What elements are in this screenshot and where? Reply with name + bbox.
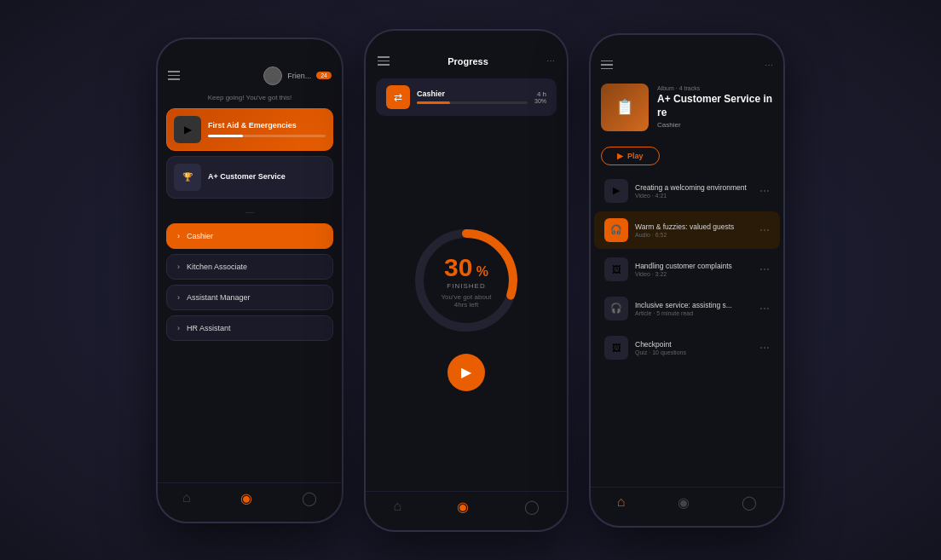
home-icon[interactable]: ⌂ — [182, 490, 191, 505]
album-section: 📋 Album · 4 tracks A+ Customer Service i… — [591, 77, 783, 138]
search-icon-2[interactable]: ◉ — [457, 499, 469, 515]
bottom-nav-2: ⌂ ◉ ◯ — [366, 491, 567, 530]
album-thumbnail: 📋 — [601, 84, 649, 131]
user-label: Frien... — [287, 72, 311, 80]
bottom-nav-1: ⌂ ◉ ◯ — [158, 482, 342, 522]
track-icon-quiz: 🖼 — [604, 336, 628, 360]
track-more-icon-0[interactable]: ⋯ — [759, 185, 770, 197]
track-more-icon-1[interactable]: ⋯ — [759, 224, 770, 236]
track-info-1: Warm & fuzzies: valued guests Audio · 6:… — [635, 222, 753, 238]
cashier-progress-card[interactable]: ⇄ Cashier 4 h 30% — [376, 78, 557, 116]
circle-progress-wrap: 30 % FINISHED You've got about 4hrs left… — [366, 121, 567, 491]
track-name-3: Inclusive service: assisting s... — [635, 301, 753, 309]
phone-1: Frien... 24 Keep going! You've got this!… — [156, 38, 343, 523]
track-name-4: Checkpoint — [635, 340, 753, 349]
course-info-cs: A+ Customer Service — [208, 172, 326, 182]
circle-text: 30 % FINISHED You've got about 4hrs left — [436, 252, 496, 308]
chevron-right-icon-hr: › — [177, 324, 180, 332]
track-meta-1: Audio · 6:52 — [635, 232, 753, 238]
track-item-2[interactable]: 🖼 Handling customer complaints Video · 3… — [594, 251, 780, 288]
track-icon-article: 🎧 — [604, 297, 628, 320]
role-label-kitchen: Kitchen Associate — [187, 263, 247, 271]
phone-notch-1 — [216, 39, 284, 60]
circle-percent-number: 30 — [444, 252, 472, 280]
chevron-right-icon-am: › — [177, 293, 180, 302]
profile-icon-3[interactable]: ◯ — [742, 494, 757, 511]
track-meta-4: Quiz · 10 questions — [635, 349, 753, 355]
role-label-hr: HR Assistant — [187, 324, 231, 332]
cashier-progress-bar — [417, 101, 528, 104]
hamburger-icon-3[interactable] — [601, 61, 613, 70]
play-icon-sm: ▶ — [617, 152, 623, 160]
course-progress-bar — [208, 135, 326, 137]
circle-percent-row: 30 % — [436, 252, 496, 281]
track-name-0: Creating a welcoming environment — [635, 183, 753, 192]
album-meta: Album · 4 tracks — [657, 85, 773, 91]
track-icon-audio: 🎧 — [604, 218, 628, 242]
role-item-assistant-manager[interactable]: › Assistant Manager — [166, 285, 333, 310]
profile-icon-2[interactable]: ◯ — [524, 499, 540, 515]
cashier-progress-fill — [417, 101, 450, 104]
play-button-sm[interactable]: ▶ Play — [601, 147, 660, 165]
search-icon[interactable]: ◉ — [240, 490, 252, 506]
role-item-hr[interactable]: › HR Assistant — [166, 315, 333, 341]
phone-2: Progress ⋯ ⇄ Cashier 4 h 30% — [364, 29, 569, 532]
track-item-0[interactable]: ▶ Creating a welcoming environment Video… — [594, 172, 780, 210]
track-info-0: Creating a welcoming environment Video ·… — [635, 183, 753, 199]
track-more-icon-4[interactable]: ⋯ — [759, 342, 770, 354]
phone-1-screen: Frien... 24 Keep going! You've got this!… — [158, 39, 342, 522]
role-item-cashier[interactable]: › Cashier — [166, 223, 333, 249]
track-info-2: Handling customer complaints Video · 3:2… — [635, 262, 753, 277]
course-info-first-aid: First Aid & Emergencies — [208, 121, 326, 137]
chevron-right-icon-kitchen: › — [177, 263, 180, 271]
progress-title: Progress — [390, 56, 546, 66]
chevron-right-icon-cashier: › — [177, 232, 180, 240]
album-subtitle: Cashier — [657, 121, 773, 129]
course-card-customer-service[interactable]: 🏆 A+ Customer Service — [166, 156, 333, 199]
cashier-icon: ⇄ — [386, 85, 410, 109]
cashier-name: Cashier — [417, 89, 528, 98]
phone-3: ⋯ 📋 Album · 4 tracks A+ Customer Service… — [589, 33, 785, 528]
home-icon-2[interactable]: ⌂ — [393, 499, 401, 514]
play-row: ▶ Play — [591, 143, 783, 172]
track-info-4: Checkpoint Quiz · 10 questions — [635, 340, 753, 355]
cashier-percent: 30% — [534, 98, 546, 104]
circle-percent-sign: % — [476, 263, 488, 278]
course-progress-fill — [208, 135, 243, 137]
separator: — — [158, 207, 342, 216]
more-icon[interactable]: ⋯ — [546, 56, 555, 66]
track-icon-video-1: ▶ — [604, 179, 628, 203]
play-label: Play — [627, 152, 644, 160]
course-thumb-cs: 🏆 — [174, 164, 201, 191]
user-row: Frien... 24 — [263, 66, 332, 85]
hamburger-icon[interactable] — [168, 71, 180, 80]
profile-icon[interactable]: ◯ — [302, 490, 317, 506]
circle-finished-label: FINISHED — [436, 281, 496, 289]
track-meta-0: Video · 4:21 — [635, 193, 753, 199]
course-title-first-aid: First Aid & Emergencies — [208, 121, 326, 131]
track-item-3[interactable]: 🎧 Inclusive service: assisting s... Arti… — [594, 290, 780, 327]
track-item-4[interactable]: 🖼 Checkpoint Quiz · 10 questions ⋯ — [594, 329, 780, 367]
course-card-first-aid[interactable]: ▶ First Aid & Emergencies — [166, 108, 333, 151]
play-button-large[interactable]: ▶ — [447, 354, 485, 391]
home-icon-3[interactable]: ⌂ — [617, 494, 626, 510]
bottom-nav-3: ⌂ ◉ ◯ — [591, 487, 783, 526]
more-icon-3[interactable]: ⋯ — [765, 61, 773, 70]
hamburger-icon-2[interactable] — [378, 56, 390, 66]
track-meta-3: Article · 5 minute read — [635, 310, 753, 316]
phone-notch-3 — [653, 35, 721, 55]
search-icon-3[interactable]: ◉ — [678, 494, 690, 511]
cashier-stats: 4 h 30% — [534, 90, 546, 104]
cashier-info: Cashier — [417, 89, 528, 104]
track-item-1[interactable]: 🎧 Warm & fuzzies: valued guests Audio · … — [594, 211, 780, 249]
track-list: ▶ Creating a welcoming environment Video… — [591, 172, 783, 487]
track-more-icon-3[interactable]: ⋯ — [759, 303, 770, 315]
role-item-kitchen[interactable]: › Kitchen Associate — [166, 254, 333, 280]
track-info-3: Inclusive service: assisting s... Articl… — [635, 301, 753, 316]
role-label-am: Assistant Manager — [187, 293, 251, 302]
track-more-icon-2[interactable]: ⋯ — [759, 263, 770, 275]
album-title: A+ Customer Service in re — [657, 93, 773, 119]
phone-2-screen: Progress ⋯ ⇄ Cashier 4 h 30% — [366, 31, 567, 530]
avatar — [263, 66, 282, 85]
track-icon-video-2: 🖼 — [604, 257, 628, 281]
